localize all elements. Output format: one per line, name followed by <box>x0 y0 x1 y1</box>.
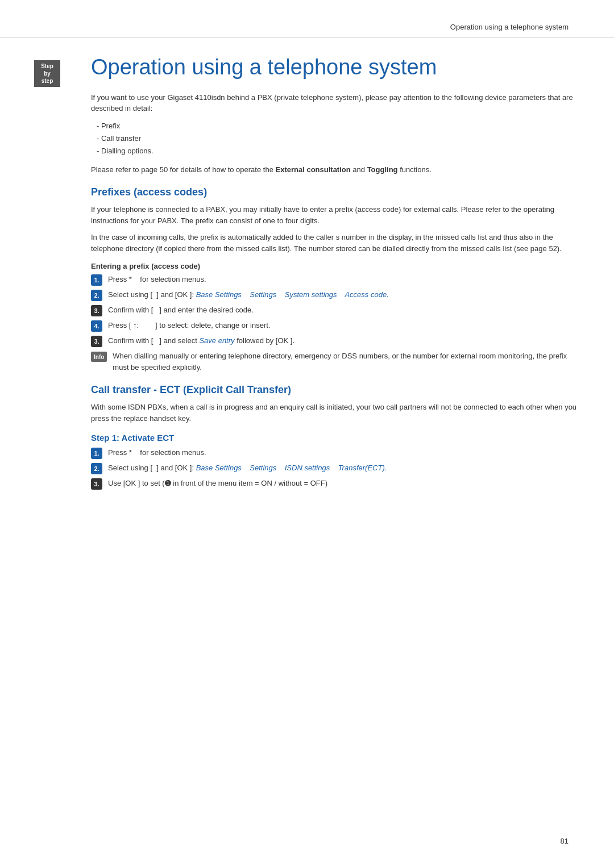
intro-paragraph: If you want to use your Gigaset 4110isdn… <box>91 92 580 114</box>
section2-heading: Call transfer - ECT (Explicit Call Trans… <box>91 384 580 396</box>
step-row: 1. Press * for selection menus. <box>91 274 580 286</box>
step-row: 4. Press [ ↑: ] to select: delete, chang… <box>91 320 580 332</box>
step-row: 3. Confirm with [ ] and select Save entr… <box>91 335 580 347</box>
step-row: 1. Press * for selection menus. <box>91 447 580 459</box>
step-number-3: 3. <box>91 305 102 316</box>
step2-text-3: Use [OK ] to set (➊ in front of the menu… <box>108 478 580 489</box>
step2-text-1: Press * for selection menus. <box>108 447 580 458</box>
section1-para2: In the case of incoming calls, the prefi… <box>91 232 580 254</box>
step-row: 2. Select using [ ] and [OK ]: Base Sett… <box>91 462 580 474</box>
step2-number-3: 3. <box>91 478 102 490</box>
bullet-list: - Prefix - Call transfer - Dialling opti… <box>91 120 580 157</box>
section1-heading: Prefixes (access codes) <box>91 186 580 198</box>
header-title: Operation using a telephone system <box>450 23 569 31</box>
step-row: 3. Confirm with [ ] and enter the desire… <box>91 304 580 316</box>
page-title: Operation using a telephone system <box>91 55 580 81</box>
info-text: When dialling manually or entering telep… <box>113 350 580 373</box>
step-row: 2. Select using [ ] and [OK ]: Base Sett… <box>91 289 580 301</box>
page-container: Operation using a telephone system Step … <box>0 0 614 868</box>
step-text-4: Press [ ↑: ] to select: delete, change o… <box>108 320 580 331</box>
info-row: Info When dialling manually or entering … <box>91 350 580 373</box>
step-text-3: Confirm with [ ] and enter the desired c… <box>108 304 580 316</box>
page-number: 81 <box>561 837 569 845</box>
section1-steps: 1. Press * for selection menus. 2. Selec… <box>91 274 580 373</box>
info-badge: Info <box>91 352 107 362</box>
step-text-1: Press * for selection menus. <box>108 274 580 285</box>
step-badge: Step by step <box>34 60 60 87</box>
list-item: - Call transfer <box>97 132 580 145</box>
section2-para: With some ISDN PBXs, when a call is in p… <box>91 402 580 424</box>
section2-steps: 1. Press * for selection menus. 2. Selec… <box>91 447 580 490</box>
step2-number-2: 2. <box>91 463 102 474</box>
content-area: Operation using a telephone system If yo… <box>80 55 580 493</box>
main-content: Step by step Operation using a telephone… <box>0 55 614 527</box>
step2-text-2: Select using [ ] and [OK ]: Base Setting… <box>108 462 580 474</box>
step-text-2: Select using [ ] and [OK ]: Base Setting… <box>108 289 580 301</box>
sidebar: Step by step <box>34 55 80 493</box>
step-number-4: 4. <box>91 320 102 332</box>
list-item: - Dialling options. <box>97 145 580 157</box>
intro-note: Please refer to page 50 for details of h… <box>91 164 580 176</box>
list-item: - Prefix <box>97 120 580 132</box>
section1-para1: If your telephone is connected to a PABX… <box>91 204 580 226</box>
page-header: Operation using a telephone system <box>0 0 614 37</box>
step-row: 3. Use [OK ] to set (➊ in front of the m… <box>91 478 580 490</box>
step-number-1: 1. <box>91 274 102 286</box>
step-number-3b: 3. <box>91 336 102 347</box>
step-number-2: 2. <box>91 290 102 301</box>
section1-sub-heading: Entering a prefix (access code) <box>91 262 580 270</box>
step-text-3b: Confirm with [ ] and select Save entry f… <box>108 335 580 347</box>
section2-sub-heading: Step 1: Activate ECT <box>91 433 580 443</box>
step2-number-1: 1. <box>91 448 102 459</box>
